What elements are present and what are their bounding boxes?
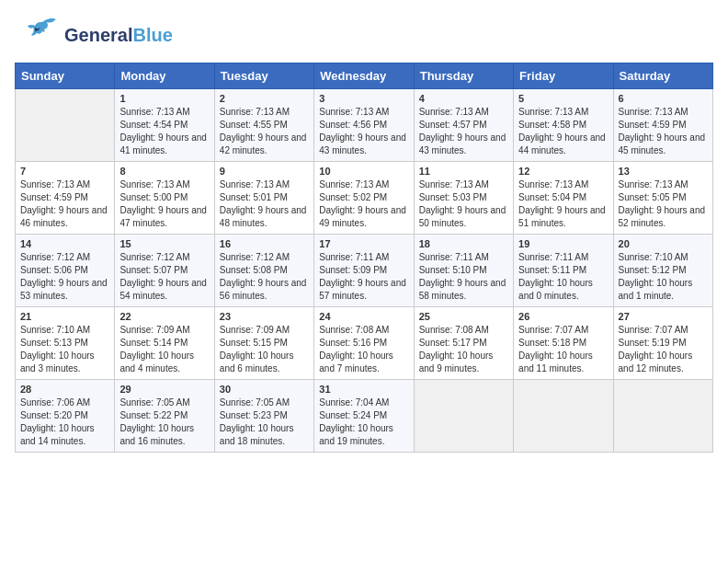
calendar-cell: 10Sunrise: 7:13 AMSunset: 5:02 PMDayligh… bbox=[314, 162, 414, 235]
day-info: Sunrise: 7:13 AMSunset: 5:02 PMDaylight:… bbox=[319, 178, 408, 230]
day-info: Sunrise: 7:04 AMSunset: 5:24 PMDaylight:… bbox=[319, 396, 408, 448]
column-header-tuesday: Tuesday bbox=[214, 63, 313, 89]
calendar-cell: 27Sunrise: 7:07 AMSunset: 5:19 PMDayligh… bbox=[613, 307, 712, 380]
day-info: Sunrise: 7:12 AMSunset: 5:08 PMDaylight:… bbox=[220, 251, 309, 303]
day-number: 4 bbox=[419, 93, 508, 104]
day-number: 24 bbox=[319, 311, 408, 322]
day-number: 30 bbox=[220, 384, 309, 395]
day-number: 1 bbox=[119, 93, 209, 104]
calendar-cell: 31Sunrise: 7:04 AMSunset: 5:24 PMDayligh… bbox=[314, 380, 414, 453]
day-number: 11 bbox=[419, 166, 508, 177]
calendar-table: SundayMondayTuesdayWednesdayThursdayFrid… bbox=[15, 63, 713, 453]
day-info: Sunrise: 7:08 AMSunset: 5:17 PMDaylight:… bbox=[419, 324, 508, 375]
day-info: Sunrise: 7:13 AMSunset: 5:03 PMDaylight:… bbox=[419, 178, 508, 230]
day-info: Sunrise: 7:09 AMSunset: 5:14 PMDaylight:… bbox=[119, 324, 209, 375]
day-info: Sunrise: 7:11 AMSunset: 5:09 PMDaylight:… bbox=[319, 251, 408, 303]
day-info: Sunrise: 7:12 AMSunset: 5:06 PMDaylight:… bbox=[20, 251, 109, 303]
calendar-cell: 24Sunrise: 7:08 AMSunset: 5:16 PMDayligh… bbox=[314, 307, 414, 380]
day-number: 26 bbox=[518, 311, 608, 322]
day-info: Sunrise: 7:11 AMSunset: 5:11 PMDaylight:… bbox=[518, 251, 608, 303]
calendar-header-row: SundayMondayTuesdayWednesdayThursdayFrid… bbox=[16, 63, 713, 89]
calendar-cell: 13Sunrise: 7:13 AMSunset: 5:05 PMDayligh… bbox=[613, 162, 712, 235]
calendar-cell: 26Sunrise: 7:07 AMSunset: 5:18 PMDayligh… bbox=[514, 307, 613, 380]
calendar-cell: 7Sunrise: 7:13 AMSunset: 4:59 PMDaylight… bbox=[16, 162, 115, 235]
day-number: 9 bbox=[220, 166, 309, 177]
calendar-cell: 22Sunrise: 7:09 AMSunset: 5:14 PMDayligh… bbox=[115, 307, 214, 380]
day-info: Sunrise: 7:06 AMSunset: 5:20 PMDaylight:… bbox=[20, 396, 109, 448]
day-number: 3 bbox=[319, 93, 408, 104]
day-info: Sunrise: 7:11 AMSunset: 5:10 PMDaylight:… bbox=[419, 251, 508, 303]
day-number: 14 bbox=[20, 238, 109, 249]
calendar-week-row: 1Sunrise: 7:13 AMSunset: 4:54 PMDaylight… bbox=[16, 89, 713, 162]
calendar-cell: 21Sunrise: 7:10 AMSunset: 5:13 PMDayligh… bbox=[16, 307, 115, 380]
calendar-cell: 29Sunrise: 7:05 AMSunset: 5:22 PMDayligh… bbox=[115, 380, 214, 453]
calendar-cell: 5Sunrise: 7:13 AMSunset: 4:58 PMDaylight… bbox=[514, 89, 613, 162]
day-number: 23 bbox=[220, 311, 309, 322]
calendar-cell: 23Sunrise: 7:09 AMSunset: 5:15 PMDayligh… bbox=[214, 307, 313, 380]
calendar-cell bbox=[16, 89, 115, 162]
day-number: 15 bbox=[119, 238, 209, 249]
calendar-week-row: 21Sunrise: 7:10 AMSunset: 5:13 PMDayligh… bbox=[16, 307, 713, 380]
day-info: Sunrise: 7:13 AMSunset: 5:04 PMDaylight:… bbox=[518, 178, 608, 230]
day-number: 8 bbox=[119, 166, 209, 177]
calendar-cell: 8Sunrise: 7:13 AMSunset: 5:00 PMDaylight… bbox=[115, 162, 214, 235]
day-info: Sunrise: 7:13 AMSunset: 4:58 PMDaylight:… bbox=[518, 106, 608, 157]
day-info: Sunrise: 7:10 AMSunset: 5:13 PMDaylight:… bbox=[20, 324, 109, 375]
calendar-cell: 11Sunrise: 7:13 AMSunset: 5:03 PMDayligh… bbox=[414, 162, 513, 235]
day-info: Sunrise: 7:13 AMSunset: 5:05 PMDaylight:… bbox=[619, 178, 708, 230]
day-number: 10 bbox=[319, 166, 408, 177]
day-number: 7 bbox=[20, 166, 109, 177]
calendar-cell: 16Sunrise: 7:12 AMSunset: 5:08 PMDayligh… bbox=[214, 235, 313, 307]
day-number: 25 bbox=[419, 311, 508, 322]
day-info: Sunrise: 7:13 AMSunset: 5:01 PMDaylight:… bbox=[220, 178, 309, 230]
calendar-cell: 4Sunrise: 7:13 AMSunset: 4:57 PMDaylight… bbox=[414, 89, 513, 162]
calendar-cell bbox=[613, 380, 712, 453]
calendar-cell: 28Sunrise: 7:06 AMSunset: 5:20 PMDayligh… bbox=[16, 380, 115, 453]
day-number: 6 bbox=[619, 93, 708, 104]
calendar-cell: 19Sunrise: 7:11 AMSunset: 5:11 PMDayligh… bbox=[514, 235, 613, 307]
day-number: 13 bbox=[619, 166, 708, 177]
calendar-cell: 3Sunrise: 7:13 AMSunset: 4:56 PMDaylight… bbox=[314, 89, 414, 162]
day-info: Sunrise: 7:13 AMSunset: 5:00 PMDaylight:… bbox=[119, 178, 209, 230]
column-header-wednesday: Wednesday bbox=[314, 63, 414, 89]
calendar-cell: 9Sunrise: 7:13 AMSunset: 5:01 PMDaylight… bbox=[214, 162, 313, 235]
day-number: 17 bbox=[319, 238, 408, 249]
day-info: Sunrise: 7:08 AMSunset: 5:16 PMDaylight:… bbox=[319, 324, 408, 375]
calendar-cell: 20Sunrise: 7:10 AMSunset: 5:12 PMDayligh… bbox=[613, 235, 712, 307]
day-number: 2 bbox=[220, 93, 309, 104]
calendar-week-row: 7Sunrise: 7:13 AMSunset: 4:59 PMDaylight… bbox=[16, 162, 713, 235]
day-info: Sunrise: 7:05 AMSunset: 5:23 PMDaylight:… bbox=[220, 396, 309, 448]
calendar-cell bbox=[514, 380, 613, 453]
day-info: Sunrise: 7:07 AMSunset: 5:19 PMDaylight:… bbox=[619, 324, 708, 375]
logo: GeneralBlue bbox=[15, 15, 173, 55]
calendar-cell: 15Sunrise: 7:12 AMSunset: 5:07 PMDayligh… bbox=[115, 235, 214, 307]
calendar-cell: 25Sunrise: 7:08 AMSunset: 5:17 PMDayligh… bbox=[414, 307, 513, 380]
day-number: 19 bbox=[518, 238, 608, 249]
day-number: 29 bbox=[119, 384, 209, 395]
calendar-cell: 2Sunrise: 7:13 AMSunset: 4:55 PMDaylight… bbox=[214, 89, 313, 162]
day-number: 27 bbox=[619, 311, 708, 322]
day-info: Sunrise: 7:09 AMSunset: 5:15 PMDaylight:… bbox=[220, 324, 309, 375]
day-number: 21 bbox=[20, 311, 109, 322]
column-header-saturday: Saturday bbox=[613, 63, 712, 89]
day-info: Sunrise: 7:13 AMSunset: 4:56 PMDaylight:… bbox=[319, 106, 408, 157]
calendar-cell: 18Sunrise: 7:11 AMSunset: 5:10 PMDayligh… bbox=[414, 235, 513, 307]
day-number: 5 bbox=[518, 93, 608, 104]
calendar-cell: 12Sunrise: 7:13 AMSunset: 5:04 PMDayligh… bbox=[514, 162, 613, 235]
day-number: 12 bbox=[518, 166, 608, 177]
day-info: Sunrise: 7:05 AMSunset: 5:22 PMDaylight:… bbox=[119, 396, 209, 448]
calendar-week-row: 14Sunrise: 7:12 AMSunset: 5:06 PMDayligh… bbox=[16, 235, 713, 307]
day-info: Sunrise: 7:13 AMSunset: 4:57 PMDaylight:… bbox=[419, 106, 508, 157]
logo-text: GeneralBlue bbox=[64, 25, 173, 45]
day-number: 31 bbox=[319, 384, 408, 395]
calendar-cell: 6Sunrise: 7:13 AMSunset: 4:59 PMDaylight… bbox=[613, 89, 712, 162]
calendar-cell: 14Sunrise: 7:12 AMSunset: 5:06 PMDayligh… bbox=[16, 235, 115, 307]
day-number: 28 bbox=[20, 384, 109, 395]
day-number: 16 bbox=[220, 238, 309, 249]
calendar-week-row: 28Sunrise: 7:06 AMSunset: 5:20 PMDayligh… bbox=[16, 380, 713, 453]
day-info: Sunrise: 7:13 AMSunset: 4:59 PMDaylight:… bbox=[20, 178, 109, 230]
column-header-friday: Friday bbox=[514, 63, 613, 89]
column-header-sunday: Sunday bbox=[16, 63, 115, 89]
day-number: 18 bbox=[419, 238, 508, 249]
day-info: Sunrise: 7:13 AMSunset: 4:59 PMDaylight:… bbox=[619, 106, 708, 157]
